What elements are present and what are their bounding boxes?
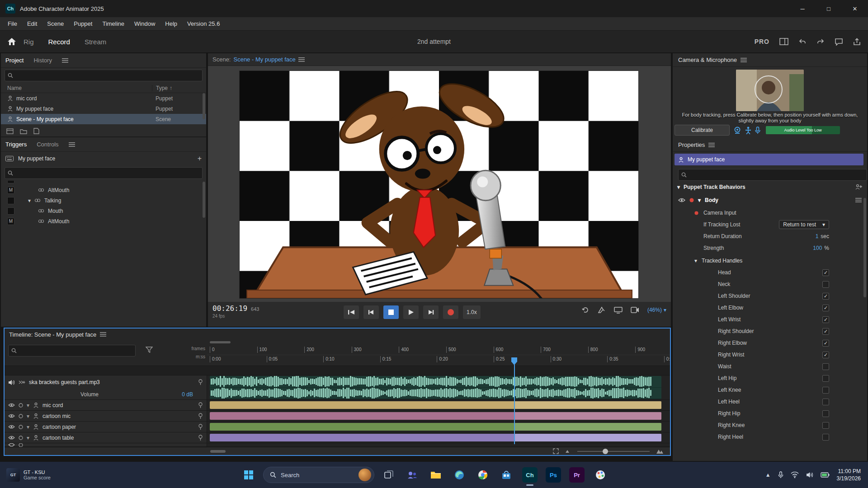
zoom-slider-knob[interactable]: [603, 449, 608, 454]
timeline-zoom-slider[interactable]: [577, 451, 650, 452]
solo-circle-icon[interactable]: [19, 436, 23, 440]
track-bar[interactable]: [210, 412, 661, 420]
speaker-icon[interactable]: [8, 380, 15, 385]
task-view-button[interactable]: [380, 466, 398, 484]
new-folder-icon[interactable]: [20, 128, 27, 134]
pin-icon[interactable]: [198, 413, 203, 419]
pin-icon[interactable]: [198, 424, 203, 430]
panel-menu-icon[interactable]: [69, 142, 75, 147]
webcam-toggle-icon[interactable]: [733, 127, 741, 134]
tracked-handle-checkbox[interactable]: [822, 340, 829, 347]
trigger-key-badge[interactable]: [7, 207, 14, 215]
audio-track-name[interactable]: ska brackets guests part.mp3: [29, 379, 100, 385]
microphone-toggle-icon[interactable]: [755, 127, 760, 134]
webcam-preview[interactable]: [736, 70, 804, 111]
project-search[interactable]: [5, 70, 203, 81]
loop-icon[interactable]: [581, 306, 590, 314]
tracked-handle-checkbox[interactable]: [822, 316, 829, 323]
track-bar[interactable]: [210, 434, 661, 441]
workspace-tab[interactable]: Rig: [24, 38, 34, 46]
project-row[interactable]: My puppet face Puppet: [1, 103, 206, 114]
eye-icon[interactable]: [8, 425, 15, 429]
feedback-icon[interactable]: [835, 38, 843, 46]
search-highlight-image[interactable]: [359, 469, 371, 481]
trigger-row[interactable]: Mouth: [1, 206, 206, 216]
chat-people-icon[interactable]: [403, 466, 421, 484]
selected-puppet-row[interactable]: My puppet face: [675, 154, 863, 165]
stop-button[interactable]: [383, 305, 399, 319]
tracked-handle-checkbox[interactable]: [822, 387, 829, 394]
track-bar[interactable]: [210, 401, 661, 409]
snapshot-icon[interactable]: [598, 306, 606, 314]
chevron-down-icon[interactable]: ▾: [27, 413, 29, 419]
zoom-level[interactable]: (46%)▾: [647, 307, 666, 313]
track-lane[interactable]: [207, 422, 670, 432]
edge-icon[interactable]: [450, 466, 468, 484]
trigger-row[interactable]: M AltMouth: [1, 185, 206, 195]
project-panel-tab[interactable]: History: [33, 57, 52, 64]
tracked-handle-checkbox[interactable]: [822, 434, 829, 441]
project-scrollbar[interactable]: [203, 93, 205, 119]
timeline-ruler[interactable]: frames m:ss 0100200300400500600700800900…: [5, 340, 670, 366]
menu-item[interactable]: Timeline: [97, 17, 129, 31]
browser-icon[interactable]: [474, 466, 492, 484]
tracked-handle-checkbox[interactable]: [822, 399, 829, 405]
battery-icon[interactable]: [821, 472, 830, 478]
panel-menu-icon[interactable]: [708, 143, 715, 147]
pin-icon[interactable]: [198, 379, 203, 385]
eye-icon[interactable]: [8, 436, 15, 440]
eye-icon[interactable]: [8, 403, 15, 407]
screen-share-icon[interactable]: [614, 307, 623, 314]
tracked-handle-checkbox[interactable]: [822, 410, 829, 417]
track-name[interactable]: mic cord: [42, 402, 63, 408]
timeline-mini-scrollbar[interactable]: [210, 341, 231, 343]
new-item-icon[interactable]: [33, 128, 39, 134]
solo-circle-icon[interactable]: [19, 425, 23, 429]
next-frame-button[interactable]: [423, 305, 439, 319]
panel-menu-icon[interactable]: [298, 57, 305, 62]
menu-item[interactable]: Scene: [42, 17, 69, 31]
volume-icon[interactable]: [806, 472, 813, 478]
panel-menu-icon[interactable]: [741, 58, 747, 62]
menu-item[interactable]: Edit: [22, 17, 42, 31]
chevron-down-icon[interactable]: ▾: [27, 435, 29, 441]
tracked-handle-checkbox[interactable]: [822, 269, 829, 276]
chevron-down-icon[interactable]: ▾: [27, 424, 29, 430]
track-name[interactable]: cartoon paper: [42, 424, 76, 430]
fit-timeline-icon[interactable]: [553, 448, 559, 454]
trigger-row[interactable]: M AltMouth: [1, 216, 206, 226]
start-button[interactable]: [240, 466, 258, 484]
tracked-handle-checkbox[interactable]: [822, 363, 829, 370]
camera-icon[interactable]: [631, 307, 639, 313]
playhead-line[interactable]: [514, 365, 515, 444]
add-trigger-button[interactable]: +: [198, 155, 202, 163]
menu-item[interactable]: File: [3, 17, 22, 31]
panel-menu-icon[interactable]: [62, 58, 68, 63]
triggers-panel-tab[interactable]: Controls: [37, 141, 58, 148]
type-column-header[interactable]: Type↑: [152, 85, 206, 91]
photoshop-taskbar-icon[interactable]: Ps: [544, 466, 562, 484]
panel-menu-icon[interactable]: [100, 332, 106, 337]
zoom-in-icon[interactable]: [656, 449, 664, 454]
go-to-start-button[interactable]: [344, 305, 359, 319]
premiere-taskbar-icon[interactable]: Pr: [568, 466, 586, 484]
scene-viewport[interactable]: [208, 66, 671, 302]
chevron-down-icon[interactable]: ▾: [694, 258, 697, 264]
chevron-down-icon[interactable]: ▾: [677, 184, 680, 190]
file-explorer-icon[interactable]: [427, 466, 445, 484]
tracked-handle-checkbox[interactable]: [822, 305, 829, 311]
tracked-handle-checkbox[interactable]: [822, 293, 829, 300]
properties-search[interactable]: [678, 169, 867, 181]
ruler-time-row[interactable]: 0:000:050:100:150:200:250:300:350:40: [207, 355, 670, 363]
behavior-menu-icon[interactable]: [855, 198, 862, 202]
chevron-down-icon[interactable]: ▾: [698, 197, 701, 203]
track-name[interactable]: cartoon table: [42, 435, 74, 441]
pin-icon[interactable]: [198, 435, 203, 441]
scene-canvas[interactable]: [240, 71, 638, 298]
triggers-panel-tab[interactable]: Triggers: [5, 141, 27, 148]
eye-icon[interactable]: [678, 198, 685, 202]
body-tracking-toggle-icon[interactable]: [745, 127, 751, 134]
store-icon[interactable]: [497, 466, 515, 484]
home-icon[interactable]: [7, 38, 16, 46]
maximize-button[interactable]: □: [816, 0, 842, 17]
